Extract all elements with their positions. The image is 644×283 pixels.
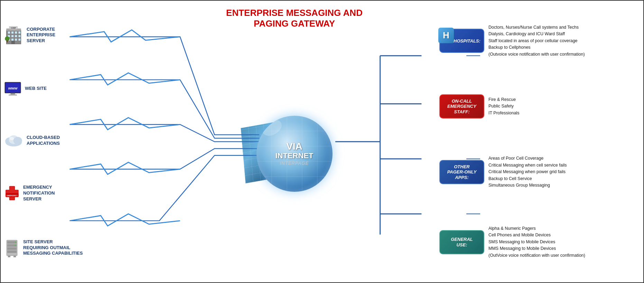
svg-rect-22 [15, 39, 17, 41]
pager-label: OTHER PAGER-ONLY APPS: [447, 164, 477, 180]
svg-point-37 [13, 137, 22, 144]
svg-rect-53 [13, 256, 16, 257]
general-item-5: (OutVoice voice notification with user c… [488, 253, 585, 259]
hospital-item-5: (Outvoice voice notification with user c… [488, 51, 585, 58]
oncall-row: ON-CALL EMERGENCY STAFF: Fire & Rescue P… [439, 93, 640, 120]
title-area: ENTERPRISE MESSAGING AND PAGING GATEWAY [225, 8, 364, 29]
hospitals-row: H HOSPITALS: Doctors, Nurses/Nurse Call … [439, 23, 640, 59]
server-icon [4, 238, 20, 257]
corporate-label: CORPORATE ENTERPRISE SERVER [27, 27, 55, 44]
oncall-box: ON-CALL EMERGENCY STAFF: [439, 94, 484, 119]
hospital-item-1: Doctors, Nurses/Nurse Call systems and T… [488, 25, 585, 31]
svg-rect-33 [9, 95, 17, 96]
hospitals-box: H HOSPITALS: [439, 29, 484, 53]
general-item-4: MMS Messaging to Mobile Devices [488, 246, 585, 252]
www-icon: www [4, 81, 21, 96]
emergency-label: EMERGENCY NOTIFICATION SERVER [23, 185, 55, 202]
svg-text:EMERGENCY: EMERGENCY [7, 195, 18, 197]
site-server-item: SITE SERVER REQUIRING OUTMAIL MESSAGING … [4, 237, 149, 259]
pager-items: Areas of Poor Cell Coverage Critical Mes… [488, 155, 567, 189]
svg-rect-49 [7, 250, 17, 253]
general-items: Alpha & Numeric Pagers Cell Phones and M… [488, 226, 585, 259]
general-item-3: SMS Messaging to Mobile Devices [488, 239, 585, 245]
svg-point-38 [10, 137, 14, 140]
svg-rect-13 [11, 31, 14, 34]
main-title-line1: ENTERPRISE MESSAGING AND [225, 8, 364, 18]
svg-rect-19 [18, 35, 21, 37]
pager-item-5: Simultaneous Group Messaging [488, 182, 567, 189]
oncall-item-2: Public Safety [488, 103, 519, 110]
corporate-enterprise-server-item: CORP CORPORATE ENTERPRISE SERVER [4, 24, 149, 46]
svg-point-51 [15, 245, 16, 246]
general-item-2: Cell Phones and Mobile Devices [488, 232, 585, 238]
svg-text:CORP: CORP [11, 27, 16, 29]
cloud-icon [4, 133, 23, 148]
hospitals-label: HOSPITALS: [454, 38, 480, 44]
left-side: CORP CORPORATE ENTERPRISE SERVER www WEB… [4, 4, 149, 279]
hospital-item-3: Staff located in areas of poor cellular … [488, 38, 585, 44]
internet-text: INTERNET [276, 152, 314, 160]
emergency-notification-item: EMERGENCY EMERGENCY NOTIFICATION SERVER [4, 183, 149, 204]
cloud-based-item: CLOUD-BASED APPLICATIONS [4, 131, 149, 150]
pager-item-2: Critical Messaging when cell service fai… [488, 162, 567, 169]
site-server-label: SITE SERVER REQUIRING OUTMAIL MESSAGING … [23, 239, 83, 257]
svg-rect-28 [7, 40, 8, 43]
right-side: H HOSPITALS: Doctors, Nurses/Nurse Call … [439, 4, 640, 279]
svg-rect-17 [11, 35, 14, 37]
building-icon: CORP [4, 26, 23, 45]
general-row: GENERAL USE: Alpha & Numeric Pagers Cell… [439, 224, 640, 260]
globe: VIA INTERNET INTERPAGE [256, 116, 333, 192]
website-label: WEB SITE [25, 86, 47, 92]
svg-rect-15 [18, 31, 21, 34]
svg-point-50 [15, 242, 16, 243]
svg-rect-18 [15, 35, 17, 37]
emergency-icon: EMERGENCY [4, 185, 20, 202]
svg-rect-21 [11, 39, 14, 41]
svg-rect-14 [15, 31, 17, 34]
pager-item-1: Areas of Poor Cell Coverage [488, 155, 567, 162]
oncall-item-3: IT Professionals [488, 110, 519, 116]
main-title-line2: PAGING GATEWAY [225, 18, 364, 29]
svg-text:www: www [8, 86, 18, 90]
general-box: GENERAL USE: [439, 230, 484, 254]
svg-rect-23 [18, 39, 21, 41]
svg-rect-12 [8, 31, 10, 34]
pager-box: OTHER PAGER-ONLY APPS: [439, 160, 484, 184]
hospital-item-4: Backup to Cellphones [488, 45, 585, 51]
hospital-h-icon: H [438, 28, 454, 43]
hospital-item-2: Dialysis, Cardiology and ICU Ward Staff [488, 31, 585, 37]
pager-item-4: Backup to Cell Service [488, 176, 567, 182]
web-site-item: www WEB SITE [4, 79, 149, 98]
svg-rect-52 [8, 256, 10, 257]
svg-rect-48 [7, 247, 17, 249]
center-area: ENTERPRISE MESSAGING AND PAGING GATEWAY [149, 4, 439, 279]
oncall-items: Fire & Rescue Public Safety IT Professio… [488, 97, 519, 116]
hospitals-items: Doctors, Nurses/Nurse Call systems and T… [488, 25, 585, 58]
pager-item-3: Critical Messaging when power grid fails [488, 169, 567, 175]
via-text: VIA [286, 141, 302, 152]
general-item-1: Alpha & Numeric Pagers [488, 226, 585, 232]
cloud-label: CLOUD-BASED APPLICATIONS [27, 135, 60, 147]
oncall-label: ON-CALL EMERGENCY STAFF: [447, 98, 476, 115]
interpage-text: INTERPAGE [280, 161, 309, 166]
svg-rect-32 [10, 93, 15, 94]
pager-row: OTHER PAGER-ONLY APPS: Areas of Poor Cel… [439, 154, 640, 190]
svg-rect-24 [11, 41, 15, 44]
general-label: GENERAL USE: [451, 237, 473, 247]
oncall-item-1: Fire & Rescue [488, 97, 519, 103]
main-container: CORP CORPORATE ENTERPRISE SERVER www WEB… [1, 1, 643, 282]
